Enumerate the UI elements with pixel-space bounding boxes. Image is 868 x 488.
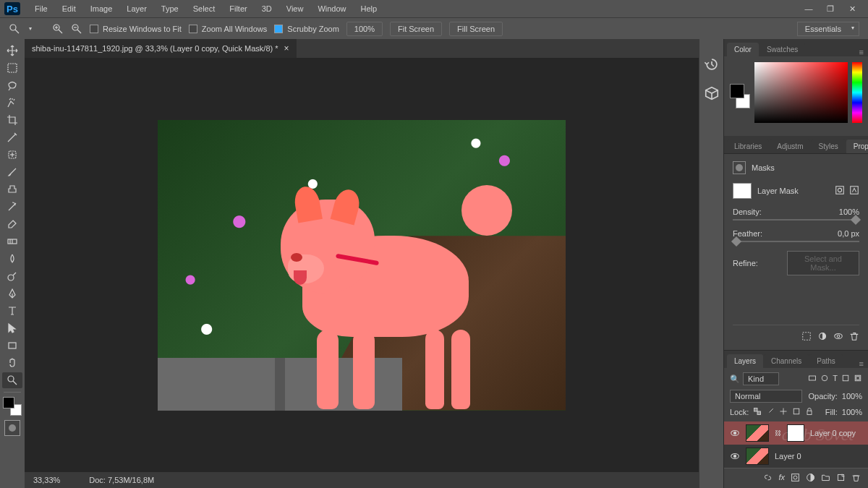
delete-layer-icon[interactable]	[851, 473, 861, 484]
channels-tab[interactable]: Channels	[764, 354, 809, 368]
gradient-tool[interactable]	[2, 234, 22, 249]
zoom-out-icon[interactable]	[71, 23, 82, 35]
menu-help[interactable]: Help	[354, 0, 385, 17]
feather-value[interactable]: 0,0 px	[838, 229, 859, 238]
add-mask-icon[interactable]	[791, 473, 800, 484]
lasso-tool[interactable]	[2, 77, 22, 93]
resize-windows-checkbox[interactable]	[90, 25, 98, 33]
filter-icon[interactable]: 🔍	[730, 374, 739, 384]
workspace-selector[interactable]: Essentials▾	[797, 22, 859, 36]
clone-stamp-tool[interactable]	[2, 181, 22, 197]
zoom-in-icon[interactable]	[52, 23, 64, 35]
zoom-status[interactable]: 33,33%	[33, 476, 60, 484]
menu-image[interactable]: Image	[83, 0, 120, 17]
quick-mask-toggle[interactable]	[4, 420, 20, 436]
styles-tab[interactable]: Styles	[811, 140, 845, 153]
adjustments-tab[interactable]: Adjustm	[770, 140, 810, 153]
filter-pixel-icon[interactable]	[808, 374, 817, 384]
lock-transparency-icon[interactable]	[753, 407, 762, 417]
close-tab-icon[interactable]: ×	[284, 43, 289, 53]
move-tool[interactable]	[2, 43, 22, 59]
zoom-all-checkbox[interactable]	[189, 25, 197, 33]
panel-menu-icon[interactable]: ≡	[859, 48, 864, 56]
menu-3d[interactable]: 3D	[255, 0, 279, 17]
layer-style-icon[interactable]: fx	[778, 473, 785, 484]
zoom-tool[interactable]	[2, 372, 22, 388]
menu-window[interactable]: Window	[310, 0, 353, 17]
healing-tool[interactable]	[2, 147, 22, 163]
layer-row[interactable]: ⛓ Layer 0 copy	[724, 421, 868, 445]
layer-thumbnail[interactable]	[746, 448, 769, 465]
document-tab[interactable]: shiba-inu-1147811_1920.jpg @ 33,3% (Laye…	[25, 39, 297, 58]
layer-thumbnail[interactable]	[746, 424, 769, 442]
menu-filter[interactable]: Filter	[222, 0, 254, 17]
lock-all-icon[interactable]	[805, 407, 814, 417]
lock-pixels-icon[interactable]	[766, 407, 775, 417]
filter-shape-icon[interactable]	[841, 374, 850, 384]
path-select-tool[interactable]	[2, 320, 22, 336]
apply-mask-icon[interactable]	[817, 331, 827, 343]
dodge-tool[interactable]	[2, 268, 22, 284]
blend-mode-select[interactable]: Normal	[730, 390, 802, 403]
filter-kind-select[interactable]: Kind	[743, 372, 779, 385]
fill-screen-button[interactable]: Fill Screen	[449, 22, 503, 36]
fit-screen-button[interactable]: Fit Screen	[390, 22, 442, 36]
load-selection-icon[interactable]	[801, 331, 812, 343]
hand-tool[interactable]	[2, 355, 22, 371]
menu-edit[interactable]: Edit	[55, 0, 83, 17]
canvas-viewport[interactable]	[25, 58, 699, 472]
menu-file[interactable]: File	[27, 0, 55, 17]
close-button[interactable]: ✕	[846, 3, 858, 14]
color-field[interactable]	[754, 62, 848, 123]
opacity-value[interactable]: 100%	[842, 392, 862, 401]
panel-menu-icon[interactable]: ≡	[859, 359, 864, 368]
properties-tab[interactable]: Properties	[846, 140, 868, 153]
zoom-100-button[interactable]: 100%	[346, 22, 383, 36]
feather-slider[interactable]	[733, 241, 859, 242]
brush-tool[interactable]	[2, 164, 22, 180]
minimize-button[interactable]: —	[803, 3, 814, 14]
blur-tool[interactable]	[2, 251, 22, 267]
paths-tab[interactable]: Paths	[809, 354, 843, 368]
eyedropper-tool[interactable]	[2, 129, 22, 145]
scrubby-zoom-checkbox[interactable]	[274, 25, 283, 33]
select-and-mask-button[interactable]: Select and Mask...	[787, 251, 859, 275]
menu-type[interactable]: Type	[154, 0, 186, 17]
eraser-tool[interactable]	[2, 216, 22, 232]
layer-name[interactable]: Layer 0	[775, 452, 801, 461]
new-layer-icon[interactable]	[836, 473, 846, 484]
new-adjustment-icon[interactable]	[806, 473, 815, 484]
filter-type-icon[interactable]: T	[833, 374, 838, 384]
foreground-color[interactable]	[3, 397, 14, 408]
link-icon[interactable]: ⛓	[775, 429, 781, 437]
swatches-tab[interactable]: Swatches	[760, 43, 805, 56]
visibility-icon[interactable]	[730, 451, 740, 461]
layer-name[interactable]: Layer 0 copy	[810, 429, 856, 437]
3d-panel-icon[interactable]	[704, 85, 720, 101]
link-layers-icon[interactable]	[763, 473, 773, 484]
quick-select-tool[interactable]	[2, 95, 22, 111]
mask-thumbnail[interactable]	[787, 424, 804, 442]
visibility-icon[interactable]	[730, 428, 740, 438]
menu-layer[interactable]: Layer	[119, 0, 154, 17]
crop-tool[interactable]	[2, 112, 22, 128]
density-slider[interactable]	[733, 219, 859, 221]
delete-mask-icon[interactable]	[849, 331, 859, 343]
pen-tool[interactable]	[2, 286, 22, 301]
rectangle-tool[interactable]	[2, 338, 22, 354]
lock-artboard-icon[interactable]	[792, 407, 801, 417]
history-panel-icon[interactable]	[704, 56, 720, 72]
disable-mask-icon[interactable]	[833, 331, 843, 343]
fill-value[interactable]: 100%	[842, 408, 862, 416]
history-brush-tool[interactable]	[2, 199, 22, 215]
lock-position-icon[interactable]	[779, 407, 788, 417]
maximize-button[interactable]: ❐	[825, 3, 836, 14]
fg-color-swatch[interactable]	[730, 84, 744, 98]
pixel-mask-icon[interactable]	[835, 185, 845, 197]
type-tool[interactable]	[2, 303, 22, 319]
menu-view[interactable]: View	[279, 0, 311, 17]
libraries-tab[interactable]: Libraries	[727, 140, 769, 153]
layers-tab[interactable]: Layers	[727, 354, 763, 368]
filter-smart-icon[interactable]	[854, 374, 862, 384]
layer-row[interactable]: Layer 0	[724, 445, 868, 468]
